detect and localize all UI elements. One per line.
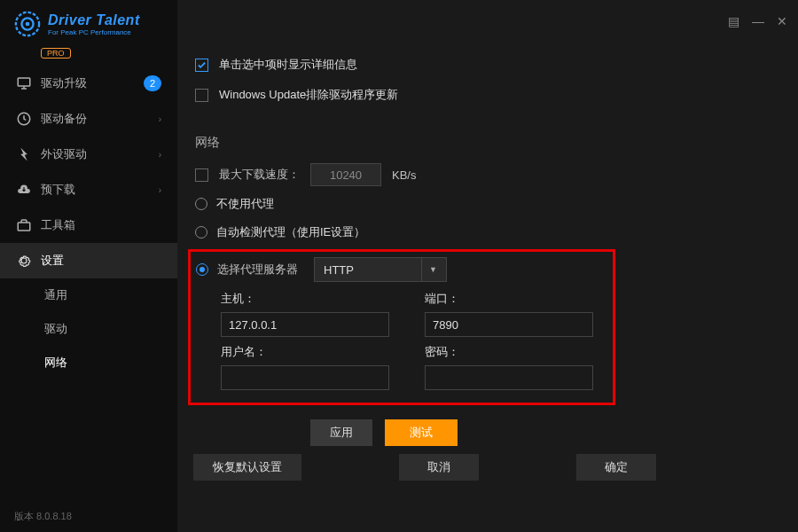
password-label: 密码：	[425, 344, 602, 360]
nav-peripheral[interactable]: 外设驱动 ›	[0, 137, 177, 172]
checkbox-label: 单击选中项时显示详细信息	[219, 57, 357, 73]
footer-buttons: 恢复默认设置 取消 确定	[193, 454, 656, 481]
proxy-highlight: 选择代理服务器 HTTP ▼ 主机： 端口： 用户名： 密码：	[188, 249, 615, 405]
sidebar: Driver Talent For Peak PC Performance PR…	[0, 0, 177, 532]
port-input[interactable]	[425, 312, 593, 337]
password-input[interactable]	[425, 365, 593, 390]
nav-label: 工具箱	[41, 217, 75, 233]
cancel-button[interactable]: 取消	[399, 454, 479, 481]
radio-proxy-auto[interactable]	[195, 226, 207, 239]
close-icon[interactable]: ✕	[777, 14, 787, 28]
nav-label: 驱动升级	[41, 75, 87, 91]
radio-label: 选择代理服务器	[217, 262, 298, 278]
ok-button[interactable]: 确定	[576, 454, 656, 481]
checkbox-max-speed[interactable]	[195, 168, 208, 182]
proxy-protocol-dropdown[interactable]: HTTP ▼	[314, 257, 447, 282]
subnav-drivers[interactable]: 驱动	[27, 312, 177, 346]
checkbox-label: Windows Update排除驱动程序更新	[219, 87, 398, 103]
checkbox-exclude-wu[interactable]	[195, 89, 208, 102]
svg-rect-5	[18, 223, 30, 231]
max-speed-input[interactable]	[310, 163, 381, 186]
restore-defaults-button[interactable]: 恢复默认设置	[193, 454, 301, 481]
subnav-label: 网络	[44, 355, 67, 371]
dropdown-value: HTTP	[324, 263, 354, 277]
username-label: 用户名：	[221, 344, 398, 360]
subnav-label: 通用	[44, 287, 67, 303]
pro-badge: PRO	[41, 48, 71, 59]
toolbox-icon	[16, 217, 32, 233]
svg-point-2	[26, 22, 30, 27]
chevron-right-icon: ›	[159, 185, 161, 195]
settings-subnav: 通用 驱动 网络	[0, 278, 177, 379]
nav-toolbox[interactable]: 工具箱	[0, 207, 177, 243]
chevron-right-icon: ›	[159, 150, 161, 160]
menu-icon[interactable]: ▤	[728, 14, 739, 28]
chevron-down-icon: ▼	[421, 258, 437, 281]
subnav-general[interactable]: 通用	[27, 278, 177, 312]
host-label: 主机：	[221, 291, 398, 307]
radio-label: 自动检测代理（使用IE设置）	[216, 224, 365, 240]
logo-area: Driver Talent For Peak PC Performance	[0, 0, 177, 51]
nav: 驱动升级 2 驱动备份 › 外设驱动 › 预下载 ›	[0, 66, 177, 501]
app-name: Driver Talent	[48, 12, 140, 28]
nav-label: 预下载	[41, 182, 75, 198]
subnav-network[interactable]: 网络	[27, 346, 177, 379]
subnav-label: 驱动	[44, 321, 67, 337]
max-speed-label: 最大下载速度：	[219, 167, 300, 183]
nav-settings[interactable]: 设置	[0, 243, 177, 278]
peripheral-icon	[16, 146, 32, 162]
nav-predownload[interactable]: 预下载 ›	[0, 172, 177, 207]
radio-proxy-manual[interactable]	[196, 263, 208, 276]
section-network-title: 网络	[195, 135, 780, 151]
backup-icon	[16, 111, 32, 127]
download-icon	[16, 182, 32, 198]
checkbox-show-details[interactable]	[195, 59, 208, 72]
nav-driver-upgrade[interactable]: 驱动升级 2	[0, 66, 177, 101]
nav-driver-backup[interactable]: 驱动备份 ›	[0, 101, 177, 137]
port-label: 端口：	[425, 291, 602, 307]
badge-count: 2	[144, 75, 161, 91]
max-speed-unit: KB/s	[392, 168, 416, 182]
test-button[interactable]: 测试	[385, 419, 458, 446]
app-logo-icon	[14, 11, 41, 37]
username-input[interactable]	[221, 365, 389, 390]
gear-icon	[16, 253, 32, 269]
host-input[interactable]	[221, 312, 389, 337]
nav-label: 驱动备份	[41, 111, 87, 127]
svg-rect-3	[18, 78, 30, 86]
radio-label: 不使用代理	[216, 196, 274, 212]
chevron-right-icon: ›	[159, 114, 161, 124]
apply-button[interactable]: 应用	[310, 419, 372, 446]
radio-proxy-none[interactable]	[195, 198, 207, 210]
minimize-icon[interactable]: —	[752, 14, 764, 28]
nav-label: 设置	[41, 253, 64, 269]
app-tagline: For Peak PC Performance	[48, 28, 140, 36]
nav-label: 外设驱动	[41, 146, 87, 162]
monitor-icon	[16, 75, 32, 91]
version-label: 版本 8.0.8.18	[0, 501, 177, 532]
